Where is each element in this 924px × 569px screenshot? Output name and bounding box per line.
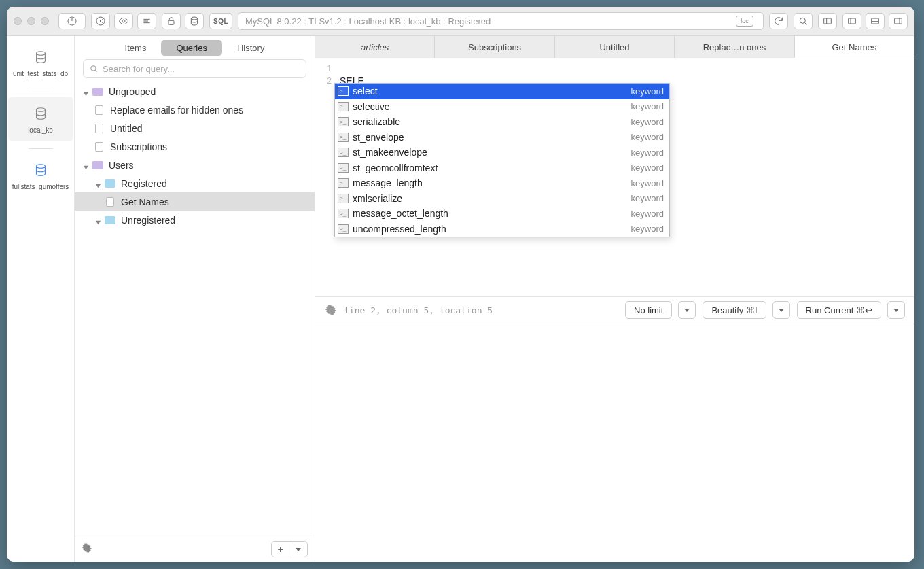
code-line — [340, 63, 914, 75]
database-sidebar: unit_test_stats_db local_kb fullstats_gu… — [7, 36, 75, 562]
tree-item[interactable]: Replace emails for hidden ones — [75, 101, 315, 119]
format-button[interactable] — [137, 13, 156, 29]
power-button[interactable] — [58, 13, 86, 29]
tree-group-ungrouped[interactable]: Ungrouped — [75, 82, 315, 101]
close-dot[interactable] — [14, 17, 22, 25]
svg-marker-34 — [779, 309, 784, 312]
autocomplete-text: st_envelope — [353, 132, 627, 143]
visibility-button[interactable] — [114, 13, 133, 29]
layout-2-button[interactable] — [866, 13, 885, 29]
tree-item[interactable]: Untitled — [75, 119, 315, 137]
file-icon — [95, 124, 103, 133]
panel-left-button[interactable] — [818, 13, 837, 29]
breadcrumb[interactable]: MySQL 8.0.22 : TLSv1.2 : Localhost KB : … — [238, 12, 764, 30]
editor-tab[interactable]: Subscriptions — [435, 36, 554, 58]
query-column: Items Queries History Search for query..… — [75, 36, 315, 562]
tree-item[interactable]: Subscriptions — [75, 137, 315, 156]
gear-icon[interactable] — [325, 304, 337, 316]
limit-button[interactable]: No limit — [625, 301, 672, 319]
tree-item-get-names[interactable]: Get Names — [75, 192, 315, 211]
layout-3-button[interactable] — [889, 13, 908, 29]
gear-button[interactable] — [82, 542, 92, 556]
refresh-button[interactable] — [769, 13, 788, 29]
editor-tab[interactable]: articles — [315, 36, 435, 58]
add-button-group: + — [271, 541, 308, 557]
loc-badge: loc — [736, 16, 753, 27]
chevron-down-icon — [83, 88, 90, 95]
db-label: local_kb — [11, 126, 71, 135]
editor-tab[interactable]: Replac…n ones — [675, 36, 794, 58]
autocomplete-item[interactable]: >_st_envelopekeyword — [335, 130, 669, 145]
folder-icon — [92, 161, 103, 169]
minimize-dot[interactable] — [27, 17, 35, 25]
cancel-button[interactable] — [91, 13, 110, 29]
tree-label: Untitled — [110, 123, 142, 134]
db-item-fullstats[interactable]: fullstats_gumoffers — [8, 153, 73, 198]
add-dropdown[interactable] — [289, 542, 307, 557]
autocomplete-item[interactable]: >_xmlserializekeyword — [335, 191, 669, 207]
tab-history[interactable]: History — [222, 40, 279, 56]
keyword-icon: >_ — [338, 224, 349, 234]
tree-sub-registered[interactable]: Registered — [75, 174, 315, 192]
code-area[interactable]: SELE >_selectkeyword>_selectivekeyword>_… — [334, 58, 914, 296]
beautify-button[interactable]: Beautify ⌘I — [703, 301, 766, 319]
autocomplete-popup: >_selectkeyword>_selectivekeyword>_seria… — [334, 83, 670, 237]
layout-1-button[interactable] — [842, 13, 861, 29]
svg-point-11 — [800, 18, 805, 23]
folder-icon — [105, 216, 116, 224]
autocomplete-item[interactable]: >_message_octet_lengthkeyword — [335, 206, 669, 222]
run-dropdown[interactable] — [887, 301, 905, 319]
sql-button[interactable]: SQL — [209, 13, 232, 29]
autocomplete-item[interactable]: >_selectkeyword — [335, 84, 669, 99]
autocomplete-kind: keyword — [631, 178, 664, 188]
autocomplete-kind: keyword — [631, 86, 664, 97]
svg-marker-26 — [84, 92, 88, 95]
beautify-dropdown[interactable] — [772, 301, 790, 319]
autocomplete-kind: keyword — [631, 193, 664, 203]
svg-marker-31 — [296, 548, 301, 551]
tree-sub-unregistered[interactable]: Unregistered — [75, 211, 315, 229]
search-button[interactable] — [794, 13, 813, 29]
svg-point-10 — [191, 17, 197, 20]
tab-queries[interactable]: Queries — [161, 40, 222, 56]
svg-point-5 — [122, 20, 125, 22]
add-button[interactable]: + — [272, 542, 289, 557]
editor-tab[interactable]: Get Names — [795, 36, 914, 58]
editor-tabbar: articlesSubscriptionsUntitledReplac…n on… — [315, 36, 914, 58]
autocomplete-text: message_length — [353, 177, 627, 188]
tree-label: Users — [109, 160, 134, 171]
chevron-down-icon — [95, 217, 102, 224]
editor-tab[interactable]: Untitled — [555, 36, 675, 58]
file-icon — [95, 105, 103, 115]
svg-line-12 — [804, 22, 806, 24]
cursor-info: line 2, column 5, location 5 — [344, 305, 493, 315]
autocomplete-item[interactable]: >_serializablekeyword — [335, 114, 669, 130]
separator — [29, 92, 53, 92]
limit-dropdown[interactable] — [678, 301, 696, 319]
tab-items[interactable]: Items — [110, 40, 162, 56]
content-area: unit_test_stats_db local_kb fullstats_gu… — [7, 36, 914, 562]
svg-point-24 — [91, 66, 96, 71]
keyword-icon: >_ — [338, 178, 349, 188]
lock-button[interactable] — [162, 13, 181, 29]
search-input[interactable]: Search for query... — [83, 59, 306, 78]
zoom-dot[interactable] — [41, 17, 49, 25]
search-icon — [89, 64, 99, 73]
tree-label: Subscriptions — [110, 141, 167, 152]
autocomplete-item[interactable]: >_st_geomcollfromtextkeyword — [335, 160, 669, 176]
run-button[interactable]: Run Current ⌘↩︎ — [797, 301, 881, 319]
tree-group-users[interactable]: Users — [75, 156, 315, 174]
db-item-unit-test[interactable]: unit_test_stats_db — [8, 40, 73, 85]
autocomplete-item[interactable]: >_selectivekeyword — [335, 99, 669, 115]
tree-label: Registered — [121, 178, 167, 189]
query-tree: Ungrouped Replace emails for hidden ones… — [75, 82, 315, 536]
autocomplete-item[interactable]: >_message_lengthkeyword — [335, 175, 669, 191]
database-button[interactable] — [185, 13, 204, 29]
sql-editor[interactable]: 12 SELE >_selectkeyword>_selectivekeywor… — [315, 58, 914, 297]
tree-label: Get Names — [121, 196, 169, 207]
db-item-local-kb[interactable]: local_kb — [8, 97, 73, 141]
autocomplete-item[interactable]: >_uncompressed_lengthkeyword — [335, 222, 669, 237]
separator — [29, 148, 53, 149]
autocomplete-item[interactable]: >_st_makeenvelopekeyword — [335, 145, 669, 160]
line-gutter: 12 — [315, 58, 334, 296]
